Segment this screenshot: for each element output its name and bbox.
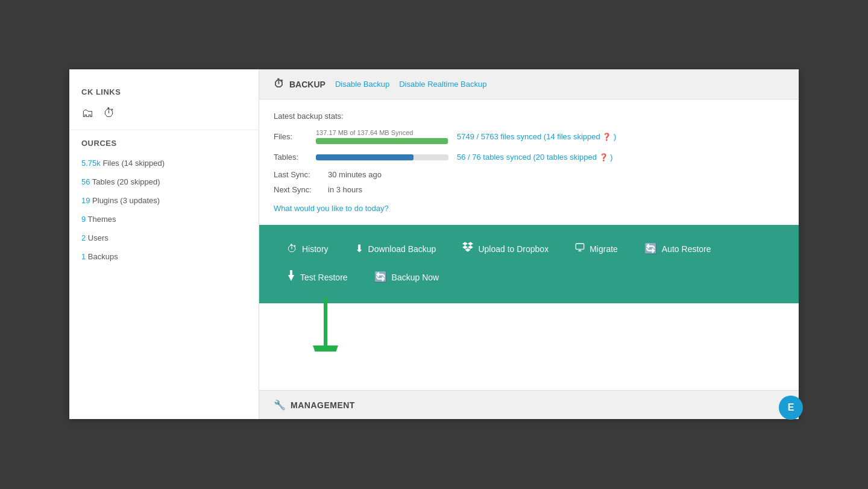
quick-links-title: CK LINKS xyxy=(69,81,259,101)
tables-stat-info: 56 / 76 tables synced (20 tables skipped… xyxy=(457,153,613,162)
action-buttons-row1: ⏱ History ⬇ Download Backup xyxy=(274,236,784,262)
screen-container: CK LINKS 🗂 ⏱ OURCES 5.75k Files (14 skip… xyxy=(0,0,868,489)
users-link[interactable]: 2 xyxy=(81,233,86,242)
tables-bar-container xyxy=(316,154,448,160)
auto-restore-btn-icon: 🔄 xyxy=(644,242,657,255)
backup-now-btn-icon: 🔄 xyxy=(374,271,387,283)
files-label: Files: xyxy=(274,132,316,141)
management-bar: 🔧 MANAGEMENT xyxy=(259,390,799,419)
list-item: 19 Plugins (3 updates) xyxy=(69,191,259,210)
migrate-button[interactable]: Migrate xyxy=(562,236,631,261)
disable-realtime-link[interactable]: Disable Realtime Backup xyxy=(399,80,486,89)
test-restore-btn-label: Test Restore xyxy=(300,273,348,282)
files-bar-label: 137.17 MB of 137.64 MB Synced xyxy=(316,129,448,136)
action-buttons-row2: Test Restore 🔄 Backup Now xyxy=(274,264,452,290)
migrate-btn-icon xyxy=(575,242,585,255)
tables-info-text: 56 / 76 tables synced xyxy=(457,153,533,162)
management-wrench-icon: 🔧 xyxy=(274,399,286,411)
history-button[interactable]: ⏱ History xyxy=(274,237,342,261)
tables-bar-fill xyxy=(316,154,414,160)
next-sync-row: Next Sync: in 3 hours xyxy=(274,185,784,194)
tables-link[interactable]: 56 xyxy=(81,177,90,186)
next-sync-label: Next Sync: xyxy=(274,185,328,194)
files-help-icon[interactable]: ❓ xyxy=(602,133,611,141)
tables-help-icon[interactable]: ❓ xyxy=(599,153,608,162)
tables-paren-close: ) xyxy=(610,153,612,162)
history-btn-label: History xyxy=(302,244,329,254)
backups-link[interactable]: 1 xyxy=(81,252,86,261)
files-bar-bg xyxy=(316,138,448,144)
backup-now-button[interactable]: 🔄 Backup Now xyxy=(361,265,453,289)
tables-label: Tables: xyxy=(274,153,316,162)
files-stat-info: 5749 / 5763 files synced (14 files skipp… xyxy=(457,132,616,141)
tables-skipped-text: (20 tables skipped xyxy=(533,153,599,162)
upload-dropbox-button[interactable]: Upload to Dropbox xyxy=(449,236,562,262)
sidebar-quick-links: 🗂 ⏱ xyxy=(69,101,259,130)
next-sync-value: in 3 hours xyxy=(328,185,362,194)
files-skipped-text: (14 files skipped xyxy=(544,132,603,141)
main-panel: CK LINKS 🗂 ⏱ OURCES 5.75k Files (14 skip… xyxy=(69,69,799,419)
themes-link[interactable]: 9 xyxy=(81,215,86,224)
svg-rect-0 xyxy=(576,244,584,249)
history-icon[interactable]: ⏱ xyxy=(103,106,115,120)
files-stat-row: Files: 137.17 MB of 137.64 MB Synced 574… xyxy=(274,129,784,144)
green-arrow-indicator xyxy=(301,291,350,352)
folder-icon[interactable]: 🗂 xyxy=(81,106,93,120)
last-sync-row: Last Sync: 30 minutes ago xyxy=(274,170,784,179)
download-backup-button[interactable]: ⬇ Download Backup xyxy=(342,236,450,261)
action-buttons-section: ⏱ History ⬇ Download Backup xyxy=(259,225,799,303)
list-item: 56 Tables (20 skipped) xyxy=(69,172,259,191)
disable-backup-link[interactable]: Disable Backup xyxy=(335,80,389,89)
management-title-text: MANAGEMENT xyxy=(291,400,355,410)
svg-rect-1 xyxy=(290,270,292,275)
history-btn-icon: ⏱ xyxy=(287,243,297,255)
resources-title: OURCES xyxy=(69,130,259,154)
list-item: 5.75k Files (14 skipped) xyxy=(69,154,259,172)
content-area: ⏱ BACKUP Disable Backup Disable Realtime… xyxy=(259,69,799,419)
last-sync-value: 30 minutes ago xyxy=(328,170,382,179)
migrate-btn-label: Migrate xyxy=(590,244,618,254)
dropbox-btn-label: Upload to Dropbox xyxy=(478,244,549,254)
float-button-label: E xyxy=(788,402,794,413)
files-link[interactable]: 5.75k xyxy=(81,159,101,168)
files-paren-close: ) xyxy=(614,132,616,141)
list-item: 9 Themes xyxy=(69,210,259,229)
backup-header: ⏱ BACKUP Disable Backup Disable Realtime… xyxy=(259,69,799,99)
list-item: 2 Users xyxy=(69,229,259,247)
files-info-text: 5749 / 5763 files synced xyxy=(457,132,544,141)
backup-title: ⏱ BACKUP xyxy=(274,78,326,90)
what-today-link[interactable]: What would you like to do today? xyxy=(274,204,389,213)
files-bar-container: 137.17 MB of 137.64 MB Synced xyxy=(316,129,448,144)
sidebar: CK LINKS 🗂 ⏱ OURCES 5.75k Files (14 skip… xyxy=(69,69,259,419)
stats-label: Latest backup stats: xyxy=(274,112,784,121)
test-restore-btn-icon xyxy=(287,270,295,284)
last-sync-label: Last Sync: xyxy=(274,170,328,179)
auto-restore-btn-label: Auto Restore xyxy=(662,244,711,254)
download-btn-label: Download Backup xyxy=(368,244,436,254)
backup-clock-icon: ⏱ xyxy=(274,78,285,90)
list-item: 1 Backups xyxy=(69,247,259,266)
stats-section: Latest backup stats: Files: 137.17 MB of… xyxy=(259,99,799,225)
float-button[interactable]: E xyxy=(779,396,803,420)
auto-restore-button[interactable]: 🔄 Auto Restore xyxy=(631,236,725,261)
backup-title-text: BACKUP xyxy=(289,80,326,89)
tables-stat-row: Tables: 56 / 76 tables synced (20 tables… xyxy=(274,153,784,162)
test-restore-button[interactable]: Test Restore xyxy=(274,264,361,290)
dropbox-btn-icon xyxy=(462,242,473,256)
files-bar-fill xyxy=(316,138,448,144)
plugins-link[interactable]: 19 xyxy=(81,196,90,205)
download-btn-icon: ⬇ xyxy=(355,242,363,255)
tables-bar-bg xyxy=(316,154,448,160)
backup-now-btn-label: Backup Now xyxy=(392,273,439,282)
